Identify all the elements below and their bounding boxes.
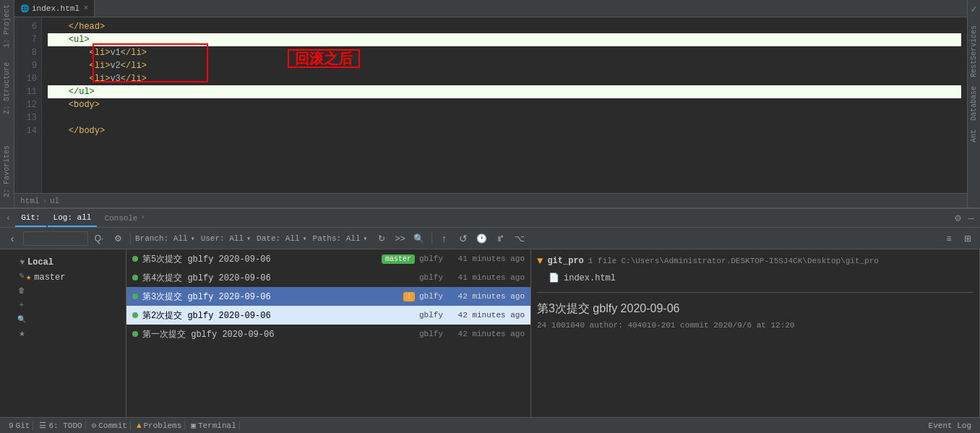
refresh-button[interactable]: ↻ [374,231,390,246]
commit-dot-3 [132,293,138,299]
code-line-7: <ul> [48,33,961,46]
commit-time-1: 42 minutes ago [452,330,525,338]
terminal-status-item[interactable]: ▣ Terminal [188,421,239,430]
code-line-6: </head> [48,20,961,33]
git-status-item[interactable]: 9 Git [6,421,33,430]
checkmark-icon: ✓ [971,3,976,15]
commit-row-4[interactable]: 第4次提交 gblfy 2020-09-06 gblfy 41 minutes … [126,268,530,287]
branch-button[interactable]: ⑈ [493,231,509,246]
minimize-icon[interactable]: — [966,213,977,224]
paths-arrow: ▾ [364,234,368,243]
commit-detail-panel: ▼ git_pro 1 file C:\Users\Administrator.… [531,249,980,417]
log-all-tab[interactable]: Log: all [48,209,98,227]
problems-label: Problems [143,421,181,430]
search-input[interactable] [23,231,88,246]
git-tab[interactable]: Git: [15,209,46,227]
ant-label[interactable]: Ant [968,125,979,147]
merge-button[interactable]: ⌥ [512,231,528,246]
problems-status-item[interactable]: ▲ Problems [134,421,185,430]
log-all-label: Log: all [53,213,92,222]
console-tab[interactable]: Console × [98,209,150,227]
rest-services-label[interactable]: RestServices [968,21,979,82]
annotation-text: 回滚之后 [288,49,360,68]
database-label[interactable]: Database [968,82,979,125]
todo-status-label: 6: TODO [48,421,82,430]
git-status-icon: 9 [9,421,14,430]
code-line-13 [48,111,961,124]
master-label: master [34,273,65,283]
commit-row-1[interactable]: 第一次提交 gblfy 2020-09-06 gblfy 42 minutes … [126,325,530,343]
left-nav-arrow[interactable]: ‹ [3,213,14,223]
commit-dot-1 [132,331,138,337]
sidebar-item-favorites[interactable]: 2: Favorites [1,141,12,202]
clock-button[interactable]: 🕐 [474,231,490,246]
delete-remote-btn[interactable]: 🗑 [16,284,27,296]
settings-icon[interactable]: ⚙ [952,212,963,224]
sort-button[interactable]: ≡ [941,231,957,246]
commit-status-label: Commit [98,421,127,430]
commit-row-3[interactable]: 第3次提交 gblfy 2020-09-06 ! gblfy 42 minute… [126,287,530,306]
commit-user-4: gblfy [419,273,448,282]
filter-button[interactable]: ⊞ [960,231,976,246]
detail-file-name: index.html [564,273,616,283]
sidebar-item-structure[interactable]: Z: Structure [1,58,12,119]
search-commits-button[interactable]: 🔍 [411,231,427,246]
code-editor[interactable]: </head> <ul> <li>v1</li> <li>v2</li> [42,17,967,193]
user-label[interactable]: User: All [201,234,244,243]
paths-label[interactable]: Paths: All [313,234,361,243]
commit-user-5: gblfy [419,254,448,263]
event-log-label: Event Log [929,421,971,430]
code-line-12: <body> [48,98,961,111]
code-line-11: </ul> [48,85,961,98]
more-remote-btn[interactable]: + [16,299,27,310]
event-log-item[interactable]: Event Log [926,421,974,430]
commit-msg-5: 第5次提交 gblfy 2020-09-06 [142,253,377,265]
terminal-icon: ▣ [191,421,196,430]
folder-icon: ▼ [537,255,543,267]
commit-dot-2 [132,312,138,318]
commit-row-2[interactable]: 第2次提交 gblfy 2020-09-06 gblfy 42 minutes … [126,306,530,325]
sidebar-item-project[interactable]: 1: Project [1,0,12,52]
more-button[interactable]: >> [392,231,408,246]
branch-arrow: ▾ [191,234,195,243]
search-button[interactable]: Q· [91,231,107,246]
files-count: 1 file [588,257,617,265]
console-close[interactable]: × [141,214,145,222]
edit-remote-btn[interactable]: ✎ [16,270,27,281]
breadcrumb-html: html [20,197,39,205]
gear-button[interactable]: ⚙ [110,231,126,246]
prev-button[interactable]: ‹ [4,231,20,246]
push-button[interactable]: ↑ [437,231,452,246]
pull-button[interactable]: ↺ [455,231,471,246]
commit-time-2: 42 minutes ago [452,311,525,320]
commit-dot-5 [132,256,138,262]
commit-user-3: gblfy [419,292,448,301]
commit-row-5[interactable]: 第5次提交 gblfy 2020-09-06 master gblfy 41 m… [126,249,530,268]
date-arrow: ▾ [303,234,307,243]
commit-user-2: gblfy [419,311,448,320]
tab-index-html[interactable]: 🌐 index.html × [14,0,95,17]
breadcrumb-sep: › [42,197,47,205]
repo-path: C:\Users\Administrator.DESKTOP-I5SJ4CK\D… [621,257,878,265]
commit-time-3: 42 minutes ago [452,292,525,301]
git-status-label: Git [16,421,30,430]
tab-close-icon[interactable]: × [84,4,88,12]
commit-msg-2: 第2次提交 gblfy 2020-09-06 [142,309,415,322]
commit-detail-title: 第3次提交 gblfy 2020-09-06 [537,301,973,317]
line-numbers: 6 7 8 9 10 11 12 13 14 [14,17,42,193]
git-tab-label: Git: [21,213,40,222]
commit-status-item[interactable]: ⊙ Commit [89,421,131,430]
add-remote-btn[interactable]: + [16,255,27,267]
date-label[interactable]: Date: All [257,234,299,243]
star-btn[interactable]: ★ [16,327,27,339]
toolbar-sep-1 [130,233,131,244]
todo-status-item[interactable]: ☰ 6: TODO [36,421,85,430]
search-remote-btn[interactable]: 🔍 [16,313,27,325]
commits-list: 第5次提交 gblfy 2020-09-06 master gblfy 41 m… [126,249,531,417]
branch-label[interactable]: Branch: All [135,234,188,243]
commit-detail-meta: 24 1001040 author: 404010-201 commit 202… [537,321,973,330]
toolbar-sep-2 [431,233,432,244]
commit-msg-1: 第一次提交 gblfy 2020-09-06 [142,328,415,340]
commit-msg-3: 第3次提交 gblfy 2020-09-06 [142,291,399,303]
commit-msg-4: 第4次提交 gblfy 2020-09-06 [142,272,415,284]
